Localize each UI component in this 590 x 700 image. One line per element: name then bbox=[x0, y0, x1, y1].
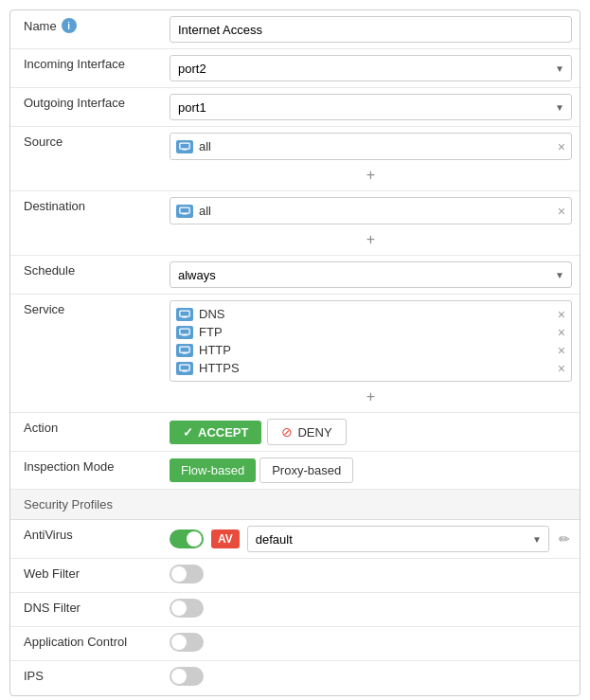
antivirus-label-text: AntiVirus bbox=[24, 528, 73, 542]
destination-remove-icon[interactable]: × bbox=[558, 205, 565, 218]
antivirus-label: AntiVirus bbox=[10, 520, 162, 549]
deny-button[interactable]: ⊘ DENY bbox=[267, 419, 346, 445]
security-profiles-header: Security Profiles bbox=[10, 490, 580, 520]
outgoing-row: Outgoing Interface port1 ▼ bbox=[10, 88, 580, 127]
app-control-row: Application Control bbox=[10, 627, 580, 661]
incoming-value-col: port2 ▼ bbox=[162, 49, 580, 87]
source-add-button[interactable]: + bbox=[170, 164, 572, 185]
dns-filter-row: DNS Filter bbox=[10, 593, 580, 627]
service-row: Service DNS × bbox=[10, 295, 580, 413]
service-http-icon bbox=[176, 344, 193, 357]
service-http-remove[interactable]: × bbox=[558, 344, 565, 357]
incoming-row: Incoming Interface port2 ▼ bbox=[10, 49, 580, 88]
antivirus-value-col: AV default ▼ ✏ bbox=[162, 520, 580, 558]
service-dns-left: DNS bbox=[176, 307, 224, 321]
dns-filter-label: DNS Filter bbox=[10, 593, 162, 622]
destination-box: all × bbox=[170, 197, 572, 224]
av-edit-icon[interactable]: ✏ bbox=[557, 531, 572, 547]
svg-rect-0 bbox=[180, 143, 189, 149]
web-filter-value-col bbox=[162, 559, 580, 589]
service-ftp-text: FTP bbox=[199, 325, 223, 339]
name-input[interactable] bbox=[170, 16, 572, 43]
name-label: Name i bbox=[10, 10, 162, 41]
app-control-toggle[interactable] bbox=[170, 633, 204, 652]
service-label-text: Service bbox=[24, 302, 64, 316]
schedule-select[interactable]: always bbox=[170, 261, 572, 288]
antivirus-toggle[interactable] bbox=[170, 529, 204, 548]
app-control-toggle-slider bbox=[170, 633, 204, 652]
destination-item-row: all × bbox=[176, 202, 565, 220]
service-http-left: HTTP bbox=[176, 343, 231, 357]
service-dns-text: DNS bbox=[199, 307, 224, 321]
action-value-col: ✓ ACCEPT ⊘ DENY bbox=[162, 413, 580, 451]
accept-button[interactable]: ✓ ACCEPT bbox=[170, 421, 261, 444]
source-net-icon bbox=[176, 140, 193, 153]
schedule-label-text: Schedule bbox=[24, 263, 75, 278]
name-value-col bbox=[162, 10, 580, 48]
source-remove-icon[interactable]: × bbox=[558, 140, 565, 153]
service-add-button[interactable]: + bbox=[170, 386, 572, 406]
ips-toggle[interactable] bbox=[170, 667, 204, 686]
service-https-icon bbox=[176, 362, 193, 375]
antivirus-row: AntiVirus AV default ▼ ✏ bbox=[10, 520, 580, 559]
service-item-http: HTTP × bbox=[176, 341, 565, 359]
service-https-text: HTTPS bbox=[199, 361, 240, 375]
destination-item-text: all bbox=[199, 204, 211, 218]
service-item-https: HTTPS × bbox=[176, 359, 565, 377]
web-filter-label-text: Web Filter bbox=[24, 566, 80, 581]
inspection-row: Inspection Mode Flow-based Proxy-based bbox=[10, 452, 580, 490]
schedule-select-wrapper: always ▼ bbox=[170, 261, 572, 288]
source-item-left: all bbox=[176, 139, 211, 153]
svg-rect-3 bbox=[180, 207, 189, 213]
service-http-text: HTTP bbox=[199, 343, 231, 357]
inspection-buttons: Flow-based Proxy-based bbox=[170, 458, 353, 483]
service-value-col: DNS × FTP × bbox=[162, 295, 580, 412]
destination-label-text: Destination bbox=[24, 199, 85, 213]
source-box: all × bbox=[170, 133, 572, 160]
inspection-label: Inspection Mode bbox=[10, 452, 162, 481]
source-item-text: all bbox=[199, 139, 211, 153]
service-ftp-remove[interactable]: × bbox=[558, 326, 565, 339]
ips-label-text: IPS bbox=[24, 669, 44, 683]
info-icon[interactable]: i bbox=[62, 18, 77, 33]
inspection-value-col: Flow-based Proxy-based bbox=[162, 452, 580, 489]
proxy-based-button[interactable]: Proxy-based bbox=[259, 458, 353, 483]
service-ftp-left: FTP bbox=[176, 325, 223, 339]
dns-filter-value-col bbox=[162, 593, 580, 623]
security-profiles-label: Security Profiles bbox=[24, 497, 113, 512]
outgoing-select[interactable]: port1 bbox=[170, 94, 572, 120]
service-ftp-icon bbox=[176, 326, 193, 339]
av-select[interactable]: default bbox=[247, 526, 549, 552]
ips-toggle-slider bbox=[170, 667, 204, 686]
svg-rect-9 bbox=[180, 329, 189, 334]
schedule-row: Schedule always ▼ bbox=[10, 256, 580, 295]
destination-add-button[interactable]: + bbox=[170, 228, 572, 249]
source-value-col: all × + bbox=[162, 127, 580, 190]
incoming-select[interactable]: port2 bbox=[170, 55, 572, 81]
schedule-label: Schedule bbox=[10, 256, 162, 285]
incoming-label-text: Incoming Interface bbox=[24, 57, 125, 71]
web-filter-row: Web Filter bbox=[10, 559, 580, 593]
flow-based-button[interactable]: Flow-based bbox=[170, 458, 256, 482]
service-https-left: HTTPS bbox=[176, 361, 240, 375]
source-label: Source bbox=[10, 127, 162, 156]
web-filter-label: Web Filter bbox=[10, 559, 162, 588]
av-badge: AV bbox=[211, 529, 240, 548]
service-item-ftp: FTP × bbox=[176, 323, 565, 341]
outgoing-label-text: Outgoing Interface bbox=[24, 96, 125, 110]
svg-rect-12 bbox=[180, 347, 189, 352]
web-filter-toggle[interactable] bbox=[170, 565, 204, 583]
service-label: Service bbox=[10, 295, 162, 324]
action-label: Action bbox=[10, 413, 162, 442]
destination-label: Destination bbox=[10, 191, 162, 221]
action-row: Action ✓ ACCEPT ⊘ DENY bbox=[10, 413, 580, 452]
service-item-dns: DNS × bbox=[176, 305, 565, 323]
checkmark-icon: ✓ bbox=[183, 425, 193, 440]
dns-filter-toggle[interactable] bbox=[170, 599, 204, 618]
app-control-label: Application Control bbox=[10, 627, 162, 656]
service-dns-remove[interactable]: × bbox=[558, 308, 565, 321]
service-https-remove[interactable]: × bbox=[558, 362, 565, 375]
service-dns-icon bbox=[176, 308, 193, 321]
form-body: Name i Incoming Interface port2 ▼ bbox=[10, 10, 580, 695]
ips-label: IPS bbox=[10, 661, 162, 691]
